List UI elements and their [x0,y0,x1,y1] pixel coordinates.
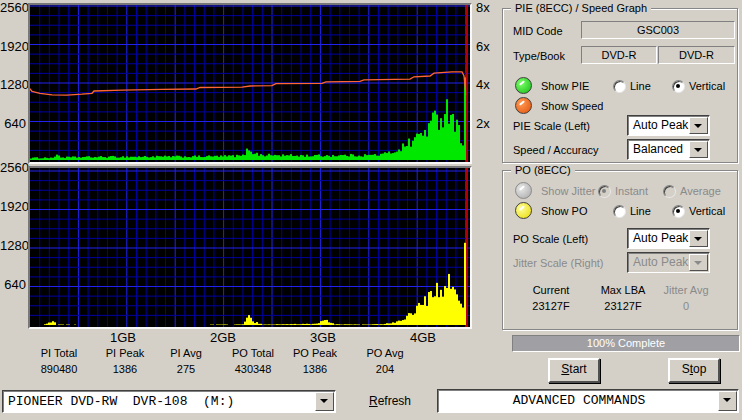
max-lba-label: Max LBA [592,284,654,296]
stat-value: 275 [154,363,218,375]
type-book-label: Type/Book [513,50,565,62]
speed-accuracy-select[interactable]: Balanced [627,139,710,160]
start-button[interactable]: Start [548,358,600,383]
max-lba-value: 23127F [592,300,654,312]
chevron-down-icon[interactable] [689,230,708,247]
pie-group-title: PIE (8ECC) / Speed Graph [511,2,651,14]
jitter-average-label: Average [680,185,721,197]
axis-tick-label: 640 [0,278,26,292]
jitter-avg-label: Jitter Avg [655,284,717,296]
speed-accuracy-value: Balanced [633,142,683,156]
chevron-down-icon[interactable] [315,392,334,411]
axis-tick-label: 4x [476,78,490,92]
pie-scale-label: PIE Scale (Left) [513,120,590,132]
advanced-commands-select[interactable]: ADVANCED COMMANDS [437,389,739,413]
chevron-down-icon[interactable] [689,117,708,134]
show-pie-led-button[interactable] [515,77,532,94]
po-group-title: PO (8ECC) [511,164,575,176]
po-total-stat: PO Total 430348 [221,347,285,375]
jitter-average-radio [663,185,676,198]
stat-label: PO Avg [353,347,417,359]
stat-label: PI Total [27,347,91,359]
po-group: PO (8ECC) Show Jitter Instant Average Sh… [502,170,738,330]
show-jitter-label: Show Jitter [541,185,595,197]
axis-tick-label: 1280 [0,78,26,92]
book-value: DVD-R [679,49,714,61]
pie-speed-chart [28,3,472,164]
progress-text: 100% Complete [513,337,739,349]
show-pie-label: Show PIE [541,80,589,92]
stat-label: PO Total [221,347,285,359]
speed-accuracy-label: Speed / Accuracy [513,144,599,156]
jitter-instant-radio [598,185,611,198]
disc-quality-scan-window: 256019201280640 256019201280640 8x6x4x2x… [0,0,742,420]
chevron-down-icon [689,254,708,271]
advanced-commands-value: ADVANCED COMMANDS [438,393,720,408]
po-vertical-label[interactable]: Vertical [689,205,725,217]
po-scale-value: Auto Peak [633,231,688,245]
refresh-button[interactable]: Refresh [363,393,417,409]
stat-value: 1386 [283,363,347,375]
jitter-avg-value: 0 [655,300,717,312]
axis-tick-label: 2560 [0,161,26,175]
stat-value: 430348 [221,363,285,375]
po-scale-select[interactable]: Auto Peak [627,228,710,249]
show-jitter-led-button [515,182,532,199]
stat-label: PI Avg [154,347,218,359]
pi-avg-stat: PI Avg 275 [154,347,218,375]
pie-vertical-label[interactable]: Vertical [689,80,725,92]
jitter-scale-label: Jitter Scale (Right) [513,257,603,269]
jitter-instant-label: Instant [615,185,648,197]
show-speed-led-button[interactable] [515,97,532,114]
chevron-down-icon[interactable] [689,141,708,158]
stat-value: 204 [353,363,417,375]
po-peak-stat: PO Peak 1386 [283,347,347,375]
po-avg-stat: PO Avg 204 [353,347,417,375]
stop-button[interactable]: Stop [668,358,720,383]
current-value: 23127F [520,300,582,312]
axis-tick-label: 1280 [0,239,26,253]
axis-tick-label: 2GB [206,331,240,345]
pie-scale-value: Auto Peak [633,118,688,132]
axis-tick-label: 1920 [0,40,26,54]
pie-scale-select[interactable]: Auto Peak [627,115,710,136]
show-speed-label: Show Speed [541,100,603,112]
stat-value: 1386 [93,363,157,375]
pie-line-radio[interactable] [613,80,626,93]
axis-tick-label: 3GB [306,331,340,345]
axis-tick-label: 640 [0,117,26,131]
axis-tick-label: 1GB [106,331,140,345]
type-field: DVD-R [581,46,657,64]
axis-tick-label: 6x [476,40,490,54]
axis-tick-label: 2x [476,117,490,131]
mid-code-value: GSC003 [637,24,679,36]
show-po-led-button[interactable] [515,202,532,219]
type-value: DVD-R [602,49,637,61]
show-po-label: Show PO [541,205,587,217]
po-scale-label: PO Scale (Left) [513,233,588,245]
axis-tick-label: 1920 [0,200,26,214]
pie-line-label[interactable]: Line [630,80,651,92]
pie-speed-group: PIE (8ECC) / Speed Graph MID Code GSC003… [502,8,738,163]
po-vertical-radio[interactable] [672,205,685,218]
drive-select[interactable]: PIONEER DVD-RW DVR-108 (M:) [2,390,336,413]
pi-total-stat: PI Total 890480 [27,347,91,375]
drive-select-value: PIONEER DVD-RW DVR-108 (M:) [8,394,234,409]
stat-label: PI Peak [93,347,157,359]
mid-code-field: GSC003 [581,21,735,39]
jitter-scale-select: Auto Peak [627,252,710,273]
stat-value: 890480 [27,363,91,375]
chevron-down-icon[interactable] [718,391,737,411]
book-field: DVD-R [658,46,735,64]
po-chart [28,166,472,329]
current-label: Current [520,284,582,296]
scan-progress-bar: 100% Complete [512,335,740,352]
pie-vertical-radio[interactable] [672,80,685,93]
jitter-scale-value: Auto Peak [633,255,688,269]
pi-peak-stat: PI Peak 1386 [93,347,157,375]
po-line-label[interactable]: Line [630,205,651,217]
axis-tick-label: 8x [476,1,490,15]
stat-label: PO Peak [283,347,347,359]
axis-tick-label: 4GB [406,331,440,345]
po-line-radio[interactable] [613,205,626,218]
